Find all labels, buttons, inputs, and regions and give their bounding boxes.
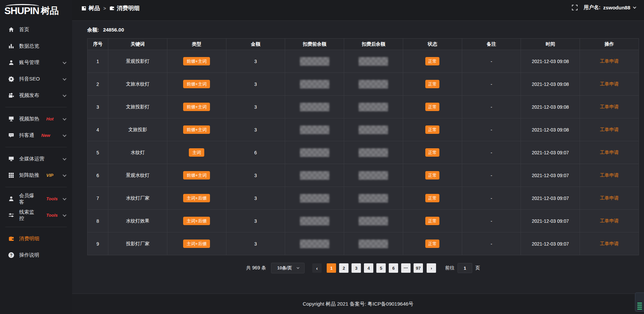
cell-index: 7 bbox=[88, 187, 108, 210]
page-button-1[interactable]: 1 bbox=[327, 263, 336, 273]
cell-keyword: 投影灯厂家 bbox=[108, 232, 167, 255]
ticket-request-link[interactable]: 工单申请 bbox=[600, 218, 619, 223]
ticket-request-link[interactable]: 工单申请 bbox=[600, 241, 619, 246]
col-header-status: 状态 bbox=[403, 39, 462, 50]
col-header-time: 时间 bbox=[521, 39, 580, 50]
cell-index: 4 bbox=[88, 118, 108, 141]
page-button-6[interactable]: 6 bbox=[389, 263, 398, 273]
sidebar-item-clue-monitor[interactable]: 线索监控 Tools bbox=[0, 207, 72, 223]
ticket-request-link[interactable]: 工单申请 bbox=[600, 150, 619, 155]
ticket-request-link[interactable]: 工单申请 bbox=[600, 58, 619, 64]
dashboard-icon bbox=[82, 6, 86, 11]
user-menu[interactable]: 用户名: zswodun88 bbox=[584, 4, 635, 11]
fullscreen-icon[interactable] bbox=[572, 5, 578, 10]
blurred-value bbox=[300, 125, 329, 134]
table-row: 8 水纹灯效果 主词+后缀 3 正常 - 2021-12-03 09:07 工单… bbox=[88, 210, 639, 232]
sidebar-item-data-overview[interactable]: 数据总览 bbox=[0, 38, 72, 54]
sidebar-item-matrix-boost[interactable]: 矩阵助推 VIP bbox=[0, 167, 72, 184]
next-page-button[interactable]: › bbox=[427, 263, 436, 273]
col-header-balance-after: 扣费后余额 bbox=[344, 39, 403, 50]
sidebar-item-instructions[interactable]: ? 操作说明 bbox=[0, 247, 72, 263]
tools-badge: Tools bbox=[46, 213, 58, 218]
page-button-5[interactable]: 5 bbox=[376, 263, 386, 273]
blurred-value bbox=[359, 103, 388, 111]
blurred-value bbox=[359, 194, 388, 203]
sidebar-item-member-burst[interactable]: 会员爆客 Tools bbox=[0, 191, 72, 207]
table-header-row: 序号 关键词 类型 金额 扣费前余额 扣费后余额 状态 备注 时间 操作 bbox=[88, 39, 639, 50]
page-size-select[interactable]: 10条/页 bbox=[271, 263, 305, 273]
logo-arc bbox=[6, 4, 39, 9]
member-user-icon bbox=[8, 196, 14, 202]
brand-logo[interactable]: SHUPIN 树品 bbox=[0, 0, 72, 21]
username-label: 用户名: bbox=[584, 4, 600, 11]
blurred-value bbox=[359, 57, 388, 66]
chevron-down-icon bbox=[297, 266, 299, 269]
type-badge: 前缀+主词 bbox=[183, 80, 210, 88]
sidebar-item-home[interactable]: 首页 bbox=[0, 21, 72, 38]
ticket-request-link[interactable]: 工单申请 bbox=[600, 127, 619, 132]
cell-balance-before bbox=[285, 187, 344, 210]
cell-remark: - bbox=[462, 232, 521, 255]
cell-balance-after bbox=[344, 187, 403, 210]
tools-badge: Tools bbox=[46, 196, 58, 201]
sidebar-item-label: 矩阵助推 bbox=[19, 172, 39, 178]
cell-remark: - bbox=[462, 96, 521, 118]
new-badge: New bbox=[41, 133, 50, 138]
cell-remark: - bbox=[462, 141, 521, 164]
table-row: 4 文旅投影 前缀+主词 3 正常 - 2021-12-03 09:08 工单申… bbox=[88, 118, 639, 141]
sidebar-item-douyin-seo[interactable]: 抖音SEO bbox=[0, 71, 72, 87]
cell-type: 主词+后缀 bbox=[167, 232, 226, 255]
prev-page-button[interactable]: ‹ bbox=[312, 263, 322, 273]
cell-balance-before bbox=[285, 73, 344, 96]
cell-keyword: 文旅投影灯 bbox=[108, 96, 167, 118]
floating-service-widget[interactable] bbox=[635, 293, 644, 312]
goto-page-input[interactable] bbox=[458, 263, 472, 273]
menu-divider bbox=[5, 227, 67, 227]
cell-balance-before bbox=[285, 232, 344, 255]
cell-status: 正常 bbox=[403, 73, 462, 96]
cell-amount: 6 bbox=[226, 141, 285, 164]
table-row: 6 景观水纹灯 前缀+主词 3 正常 - 2021-12-03 09:07 工单… bbox=[88, 164, 639, 187]
sidebar-item-account-management[interactable]: 账号管理 bbox=[0, 54, 72, 71]
ticket-request-link[interactable]: 工单申请 bbox=[600, 172, 619, 178]
question-icon: ? bbox=[8, 252, 14, 258]
hot-badge: Hot bbox=[46, 116, 54, 121]
blurred-value bbox=[300, 217, 329, 225]
ticket-request-link[interactable]: 工单申请 bbox=[600, 195, 619, 201]
cell-remark: - bbox=[462, 187, 521, 210]
ticket-request-link[interactable]: 工单申请 bbox=[600, 104, 619, 109]
cell-time: 2021-12-03 09:08 bbox=[521, 96, 580, 118]
sidebar-item-all-media-operation[interactable]: 全媒体运营 bbox=[0, 151, 72, 167]
chevron-down-icon bbox=[63, 133, 66, 137]
sidebar-item-video-heating[interactable]: 视频加热 Hot bbox=[0, 111, 72, 127]
page-button-97[interactable]: 97 bbox=[414, 263, 423, 273]
cell-balance-before bbox=[285, 96, 344, 118]
menu-divider bbox=[5, 187, 67, 187]
consumption-table: 序号 关键词 类型 金额 扣费前余额 扣费后余额 状态 备注 时间 操作 1 景… bbox=[87, 38, 639, 255]
page-button-2[interactable]: 2 bbox=[339, 263, 348, 273]
chevron-down-icon bbox=[63, 196, 66, 200]
sidebar-item-video-publish[interactable]: 视频发布 bbox=[0, 87, 72, 104]
cell-balance-before bbox=[285, 210, 344, 232]
blurred-value bbox=[300, 240, 329, 248]
goto-label: 前往 bbox=[445, 265, 454, 271]
breadcrumb-root[interactable]: 树品 bbox=[82, 4, 100, 12]
video-camera-icon bbox=[8, 93, 14, 98]
cell-action: 工单申请 bbox=[580, 73, 639, 96]
cell-balance-after bbox=[344, 96, 403, 118]
page-button-4[interactable]: 4 bbox=[364, 263, 373, 273]
sidebar-item-label: 抖音SEO bbox=[19, 76, 40, 82]
blurred-value bbox=[300, 171, 329, 180]
more-pages-button[interactable]: ••• bbox=[401, 263, 411, 273]
page-button-3[interactable]: 3 bbox=[352, 263, 361, 273]
sidebar-item-consumption-detail[interactable]: 消费明细 bbox=[0, 230, 72, 247]
status-badge: 正常 bbox=[425, 80, 439, 88]
cell-type: 主词 bbox=[167, 141, 226, 164]
status-badge: 正常 bbox=[425, 171, 439, 179]
cell-balance-after bbox=[344, 210, 403, 232]
sidebar-item-douketong[interactable]: 抖客通 New bbox=[0, 127, 72, 144]
col-header-balance-before: 扣费前余额 bbox=[285, 39, 344, 50]
cell-amount: 3 bbox=[226, 96, 285, 118]
ticket-request-link[interactable]: 工单申请 bbox=[600, 81, 619, 87]
goto-page: 前往 页 bbox=[445, 263, 480, 273]
